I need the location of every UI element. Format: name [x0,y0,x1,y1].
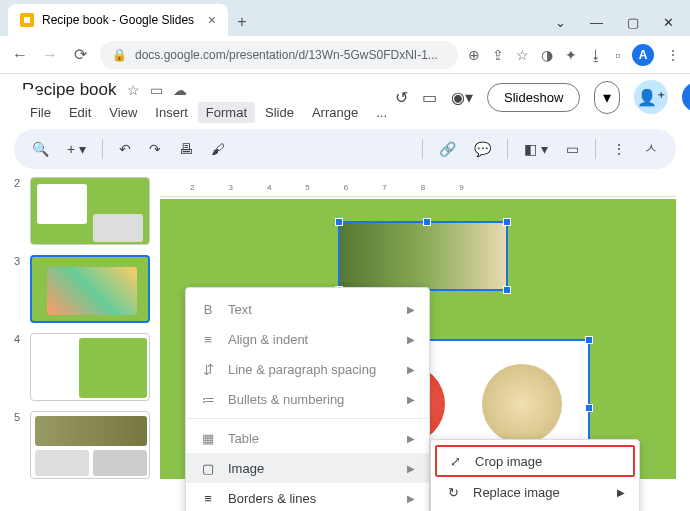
image-submenu: ⤢Crop image↻Replace image▶⟲Reset image [430,439,640,511]
bullets-numbering-icon: ≔ [200,391,216,407]
text-icon: B [200,301,216,317]
browser-titlebar: Recipe book - Google Slides × + ⌄ — ▢ ✕ [0,0,690,36]
extensions-icon[interactable]: ✦ [565,47,577,63]
slide-thumbnail-4[interactable] [30,333,150,401]
cast-icon[interactable]: ◑ [541,47,553,63]
submenu-arrow-icon: ▶ [407,304,415,315]
comment-button[interactable]: 💬 [468,137,497,161]
history-icon[interactable]: ↺ [395,88,408,107]
caret-icon[interactable]: ⌄ [555,15,566,30]
reload-button[interactable]: ⟳ [70,45,90,64]
account-avatar[interactable]: A [682,82,690,112]
cloud-status-icon[interactable]: ☁ [173,82,187,98]
image-submenu-crop-image[interactable]: ⤢Crop image [435,445,635,477]
submenu-arrow-icon: ▶ [407,433,415,444]
close-window-icon[interactable]: ✕ [663,15,674,30]
comments-icon[interactable]: ▭ [422,88,437,107]
slide-thumbnail-5[interactable] [30,411,150,479]
image-submenu-replace-image[interactable]: ↻Replace image▶ [431,476,639,508]
profile-avatar[interactable]: A [632,44,654,66]
search-menus-icon[interactable]: 🔍 [26,137,55,161]
menubar: FileEditViewInsertFormatSlideArrange... [22,102,395,123]
undo-button[interactable]: ↶ [113,137,137,161]
format-menu-dropdown: BText▶≡Align & indent▶⇵Line & paragraph … [185,287,430,511]
menu-...[interactable]: ... [368,102,395,123]
menu-slide[interactable]: Slide [257,102,302,123]
line-paragraph-spacing-icon: ⇵ [200,361,216,377]
align-indent-icon: ≡ [200,331,216,347]
menu-edit[interactable]: Edit [61,102,99,123]
submenu-arrow-icon: ▶ [407,364,415,375]
selected-image-top[interactable] [338,221,508,291]
close-tab-icon[interactable]: × [208,12,216,28]
format-menu-align-indent: ≡Align & indent▶ [186,324,429,354]
format-menu-borders-lines[interactable]: ≡Borders & lines▶ [186,483,429,511]
share-button[interactable]: 👤⁺ [634,80,668,114]
bookmark-icon[interactable]: ☆ [516,47,529,63]
new-tab-button[interactable]: + [228,8,256,36]
submenu-arrow-icon: ▶ [407,493,415,504]
format-menu-text: BText▶ [186,294,429,324]
url-field[interactable]: 🔒 docs.google.com/presentation/d/13Wn-5G… [100,41,458,69]
move-icon[interactable]: ▭ [150,82,163,98]
url-text: docs.google.com/presentation/d/13Wn-5GwS… [135,48,438,62]
tab-title: Recipe book - Google Slides [42,13,194,27]
meet-icon[interactable]: ◉▾ [451,88,473,107]
replace-image-icon: ↻ [445,484,461,500]
format-menu-line-paragraph-spacing: ⇵Line & paragraph spacing▶ [186,354,429,384]
slide-thumbnail-3[interactable] [30,255,150,323]
forward-button[interactable]: → [40,46,60,64]
address-bar: ← → ⟳ 🔒 docs.google.com/presentation/d/1… [0,36,690,74]
menu-arrange[interactable]: Arrange [304,102,366,123]
table-icon: ▦ [200,430,216,446]
workarea: 2345 23456789 BText▶≡Align & indent▶⇵Lin… [0,169,690,511]
window-controls: ⌄ — ▢ ✕ [555,15,682,36]
redo-button[interactable]: ↷ [143,137,167,161]
submenu-arrow-icon: ▶ [407,394,415,405]
crop-tool-button[interactable]: ◧ ▾ [518,137,554,161]
menu-format[interactable]: Format [198,102,255,123]
mask-button[interactable]: ▭ [560,137,585,161]
chrome-menu-icon[interactable]: ⋮ [666,47,680,63]
link-button[interactable]: 🔗 [433,137,462,161]
share-url-icon[interactable]: ⇪ [492,47,504,63]
slideshow-dropdown[interactable]: ▾ [594,81,620,114]
format-menu-table: ▦Table▶ [186,423,429,453]
lock-icon: 🔒 [112,48,127,62]
toolbar: 🔍 + ▾ ↶ ↷ 🖶 🖌 🔗 💬 ◧ ▾ ▭ ⋮ ㅅ [14,129,676,169]
ruler-horizontal: 23456789 [160,179,676,197]
image-icon: ▢ [200,460,216,476]
download-icon[interactable]: ⭳ [589,47,603,63]
slide-thumbnails: 2345 [0,169,160,511]
crop-image-icon: ⤢ [447,453,463,469]
paint-format-button[interactable]: 🖌 [205,137,231,161]
slide-thumbnail-2[interactable] [30,177,150,245]
format-menu-bullets-numbering: ≔Bullets & numbering▶ [186,384,429,414]
slideshow-button[interactable]: Slideshow [487,83,580,112]
zoom-icon[interactable]: ⊕ [468,47,480,63]
person-add-icon: 👤⁺ [637,88,665,107]
menu-view[interactable]: View [101,102,145,123]
collapse-toolbar-icon[interactable]: ㅅ [638,136,664,162]
slides-favicon [20,13,34,27]
app-header: Recipe book ☆ ▭ ☁ FileEditViewInsertForm… [0,74,690,123]
submenu-arrow-icon: ▶ [407,334,415,345]
menu-file[interactable]: File [22,102,59,123]
submenu-arrow-icon: ▶ [617,487,625,498]
borders-lines-icon: ≡ [200,490,216,506]
maximize-icon[interactable]: ▢ [627,15,639,30]
history-icon[interactable]: ▫ [615,47,620,63]
format-menu-image[interactable]: ▢Image▶ [186,453,429,483]
new-slide-button[interactable]: + ▾ [61,137,92,161]
more-toolbar-icon[interactable]: ⋮ [606,137,632,161]
menu-insert[interactable]: Insert [147,102,196,123]
star-icon[interactable]: ☆ [127,82,140,98]
browser-tab[interactable]: Recipe book - Google Slides × [8,4,228,36]
minimize-icon[interactable]: — [590,15,603,30]
submenu-arrow-icon: ▶ [407,463,415,474]
back-button[interactable]: ← [10,46,30,64]
print-button[interactable]: 🖶 [173,137,199,161]
